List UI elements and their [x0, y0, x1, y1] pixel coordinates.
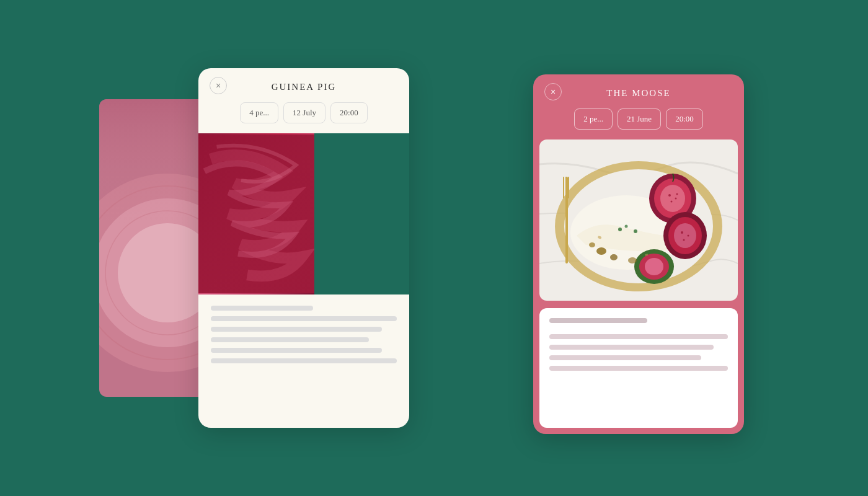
moose-pill-guests[interactable]: 2 pe... [574, 108, 613, 130]
guinea-text-line-3 [211, 327, 382, 332]
svg-rect-8 [198, 135, 314, 293]
guinea-pill-guests[interactable]: 4 pe... [240, 102, 278, 123]
guinea-image-red [198, 133, 314, 294]
moose-card: × THE MOOSE 2 pe... 21 June 20:00 [533, 74, 744, 434]
svg-point-16 [668, 194, 671, 197]
guinea-text-line-1 [211, 306, 313, 311]
moose-text-line-5 [549, 366, 728, 371]
svg-point-28 [645, 258, 663, 275]
svg-point-24 [688, 235, 689, 237]
moose-card-image [539, 140, 738, 301]
moose-card-title: THE MOOSE [606, 88, 670, 99]
svg-point-15 [660, 185, 685, 212]
moose-text-line-3 [549, 345, 714, 350]
moose-pills: 2 pe... 21 June 20:00 [533, 108, 744, 140]
svg-point-23 [681, 231, 683, 234]
moose-text-line-2 [549, 334, 728, 339]
guinea-card-header: × GUINEA PIG [198, 68, 409, 102]
guinea-card-image [198, 133, 409, 294]
guinea-text-line-2 [211, 316, 397, 321]
guinea-text-line-5 [211, 348, 382, 353]
svg-point-39 [618, 228, 622, 231]
svg-point-40 [625, 225, 628, 228]
svg-point-19 [676, 193, 678, 195]
moose-card-header: × THE MOOSE [533, 74, 744, 108]
svg-point-41 [634, 229, 637, 233]
guinea-image-teal [314, 133, 409, 294]
guinea-pill-date[interactable]: 12 July [283, 102, 326, 123]
guinea-pill-time[interactable]: 20:00 [330, 102, 368, 123]
guinea-pig-card: × GUINEA PIG 4 pe... 12 July 20:00 [198, 68, 409, 428]
moose-text-line-1 [549, 318, 647, 323]
moose-pill-date[interactable]: 21 June [618, 108, 661, 130]
svg-point-25 [683, 239, 685, 241]
guinea-text-line-4 [211, 337, 369, 342]
guinea-close-button[interactable]: × [210, 77, 227, 94]
moose-close-button[interactable]: × [544, 83, 562, 100]
svg-rect-37 [565, 177, 567, 198]
svg-point-30 [610, 254, 618, 260]
svg-rect-36 [563, 177, 564, 198]
guinea-text-line-6 [211, 358, 397, 363]
scene: × GUINEA PIG 4 pe... 12 July 20:00 [124, 56, 744, 440]
guinea-pills: 4 pe... 12 July 20:00 [198, 102, 409, 133]
moose-text-content [539, 308, 738, 428]
moose-pill-time[interactable]: 20:00 [666, 108, 703, 130]
svg-point-31 [589, 242, 595, 247]
moose-text-line-4 [549, 355, 701, 360]
guinea-text-content [198, 294, 409, 374]
guinea-card-title: GUINEA PIG [272, 82, 337, 92]
svg-point-29 [596, 247, 606, 255]
svg-rect-38 [568, 177, 569, 198]
svg-point-22 [674, 223, 696, 248]
svg-point-17 [675, 198, 677, 200]
svg-point-18 [671, 201, 673, 203]
svg-point-32 [628, 257, 637, 264]
